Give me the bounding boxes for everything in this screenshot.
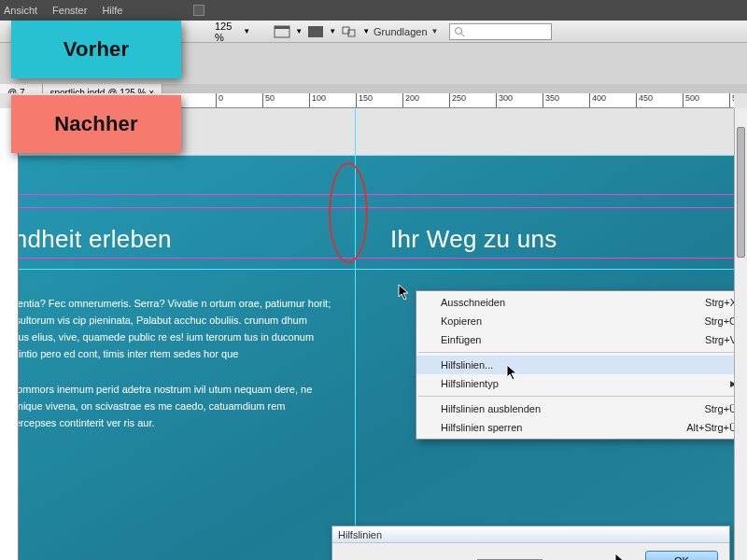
menu-item[interactable]: EinfügenStrg+V — [416, 330, 734, 349]
bridge-icon[interactable] — [193, 5, 204, 16]
dialog-title[interactable]: Hilfslinien — [332, 526, 729, 543]
app-menubar: Ansicht Fenster Hilfe — [0, 0, 747, 21]
svg-rect-1 — [275, 26, 289, 29]
menu-item[interactable]: AusschneidenStrg+X — [416, 293, 734, 312]
svg-point-5 — [456, 27, 462, 34]
svg-line-6 — [461, 34, 464, 36]
paragraph: m Rommors inemum perid adetra nostrum iv… — [19, 381, 334, 431]
guide-line[interactable] — [19, 194, 734, 195]
svg-rect-2 — [308, 26, 323, 37]
canvas: 0501001502002503003504004505005506006507… — [0, 93, 747, 560]
scrollbar-thumb[interactable] — [737, 127, 745, 258]
workspace-label[interactable]: Grundlagen — [374, 26, 428, 37]
ok-button[interactable]: OK — [645, 551, 718, 560]
badge-after: Nachher — [11, 95, 181, 153]
context-menu: AusschneidenStrg+XKopierenStrg+CEinfügen… — [416, 290, 734, 440]
screen-mode-icon[interactable] — [306, 22, 325, 41]
ruler-vertical[interactable] — [0, 108, 19, 560]
view-mode-icon[interactable] — [273, 22, 291, 41]
dropdown-icon[interactable]: ▼ — [243, 27, 250, 35]
guide-line[interactable] — [19, 269, 734, 270]
menu-help[interactable]: Hilfe — [102, 5, 122, 16]
cursor-icon — [398, 284, 411, 301]
paragraph: s, utentia? Fec omnerumeris. Serra? Viva… — [19, 295, 334, 362]
menu-item[interactable]: Hilfslinien ausblendenStrg+Ü — [416, 399, 734, 418]
heading-right[interactable]: Ihr Weg zu uns — [390, 225, 557, 254]
annotation-circle — [329, 162, 368, 263]
search-input[interactable] — [449, 23, 552, 40]
arrange-icon[interactable] — [340, 22, 359, 41]
zoom-level[interactable]: 125 % — [215, 21, 232, 43]
guides-dialog: Hilfslinien Anzeigeschwellenwert: 5 %▼ F… — [331, 525, 730, 560]
guide-line[interactable] — [19, 207, 734, 208]
cursor-icon — [506, 364, 519, 383]
text-frame[interactable]: s, utentia? Fec omnerumeris. Serra? Viva… — [19, 295, 334, 450]
menu-item[interactable]: Hilfslinien... — [416, 356, 734, 374]
cursor-icon — [614, 553, 627, 560]
guide-line[interactable] — [19, 258, 734, 259]
menu-item[interactable]: Hilfslinien sperrenAlt+Strg+Ü — [416, 418, 734, 437]
scrollbar-vertical[interactable] — [734, 108, 747, 560]
badge-before: Vorher — [11, 21, 181, 78]
search-icon — [454, 26, 465, 37]
menu-item[interactable]: KopierenStrg+C — [416, 312, 734, 330]
page-view[interactable]: undheit erleben Ihr Weg zu uns s, utenti… — [19, 108, 734, 560]
menu-item[interactable]: Hilfslinientyp▶ — [416, 374, 734, 393]
heading-left[interactable]: undheit erleben — [19, 225, 172, 254]
menu-view[interactable]: Ansicht — [4, 5, 37, 16]
menu-window[interactable]: Fenster — [52, 5, 87, 16]
annotation-badges: Vorher Nachher — [11, 21, 181, 153]
